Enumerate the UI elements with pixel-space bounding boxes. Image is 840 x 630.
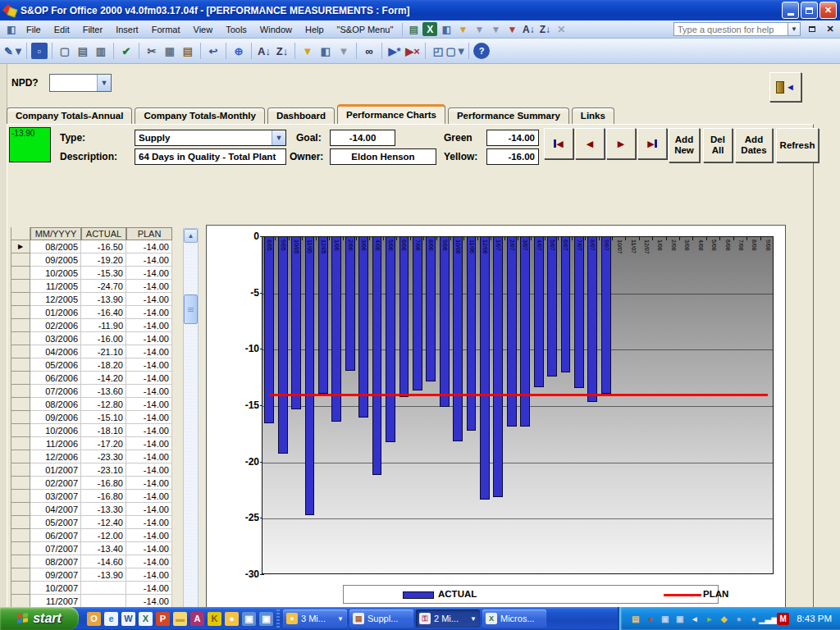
cell[interactable]: -14.00 bbox=[126, 332, 172, 345]
table-row[interactable]: 07/2007-13.40-14.00 bbox=[11, 542, 172, 555]
cell[interactable]: -14.00 bbox=[126, 372, 172, 385]
cell[interactable]: -14.00 bbox=[126, 411, 172, 424]
print-icon[interactable]: ▤ bbox=[75, 43, 91, 59]
start-button[interactable]: start bbox=[0, 607, 79, 630]
first-record-button[interactable]: ◀ bbox=[544, 128, 573, 159]
record-selector[interactable] bbox=[11, 293, 30, 306]
record-selector[interactable] bbox=[11, 385, 30, 398]
cell[interactable]: -14.00 bbox=[126, 398, 172, 411]
menu-item-tools[interactable]: Tools bbox=[219, 23, 253, 36]
powerpoint-icon[interactable]: P bbox=[156, 612, 170, 626]
menu-item-format[interactable]: Format bbox=[145, 23, 187, 36]
restore-button[interactable] bbox=[801, 2, 818, 19]
cell[interactable]: 11/2007 bbox=[30, 595, 81, 608]
column-header-plan[interactable]: PLAN bbox=[126, 227, 172, 240]
cell[interactable]: -14.00 bbox=[126, 267, 172, 280]
tab-dashboard[interactable]: Dashboard bbox=[267, 107, 335, 124]
cell[interactable]: -23.10 bbox=[81, 463, 126, 477]
table-row[interactable]: 08/2007-14.60-14.00 bbox=[11, 555, 172, 568]
table-row[interactable]: 03/2006-16.00-14.00 bbox=[11, 332, 172, 345]
table-row[interactable]: 12/2006-23.30-14.00 bbox=[11, 450, 172, 463]
sort-descending-icon[interactable]: Z↓ bbox=[274, 43, 290, 59]
cell[interactable]: -14.00 bbox=[126, 595, 172, 608]
cell[interactable]: -23.30 bbox=[81, 450, 126, 463]
cell[interactable]: -12.80 bbox=[81, 398, 126, 411]
table-row[interactable]: 04/2006-21.10-14.00 bbox=[11, 345, 172, 358]
help-icon[interactable]: ? bbox=[473, 43, 490, 59]
scrollbar-thumb[interactable] bbox=[184, 294, 198, 324]
table-row[interactable]: 08/2006-12.80-14.00 bbox=[11, 398, 172, 411]
cell[interactable]: -14.00 bbox=[126, 280, 172, 293]
cell[interactable]: 10/2007 bbox=[30, 582, 81, 595]
cell[interactable]: -14.00 bbox=[126, 385, 172, 398]
design-view-icon[interactable]: ✎▼ bbox=[6, 43, 22, 59]
cell[interactable]: -14.00 bbox=[126, 450, 172, 463]
column-header-actual[interactable]: ACTUAL bbox=[81, 227, 126, 240]
cell[interactable]: 07/2007 bbox=[30, 542, 81, 555]
network-connection-icon[interactable]: ▣ bbox=[242, 612, 256, 626]
cell[interactable]: -14.00 bbox=[126, 516, 172, 529]
cell[interactable]: 10/2006 bbox=[30, 424, 81, 437]
cell[interactable]: -18.10 bbox=[81, 424, 126, 437]
key-icon[interactable]: K bbox=[208, 612, 221, 626]
network-connection-icon[interactable]: ▣ bbox=[259, 612, 273, 626]
cell[interactable]: -13.40 bbox=[81, 542, 126, 555]
paste-icon[interactable]: ▤ bbox=[180, 43, 196, 59]
export-excel-icon[interactable]: X bbox=[422, 22, 437, 36]
copy-icon[interactable]: ▦ bbox=[162, 43, 178, 59]
record-selector[interactable] bbox=[11, 516, 30, 529]
cell[interactable]: 09/2007 bbox=[30, 568, 81, 582]
menu-item-sopmenu[interactable]: "S&OP Menu" bbox=[331, 23, 400, 36]
table-row[interactable]: 02/2007-16.80-14.00 bbox=[11, 477, 172, 490]
hyperlink-icon[interactable]: ⊕ bbox=[231, 43, 247, 59]
sort-descending-icon[interactable]: Z↓ bbox=[537, 22, 552, 36]
clipboard-icon[interactable]: ▤ bbox=[629, 613, 641, 625]
cell[interactable]: -13.60 bbox=[81, 385, 126, 398]
cell[interactable]: -12.00 bbox=[81, 529, 126, 542]
cell[interactable]: 02/2006 bbox=[30, 319, 81, 332]
goal-field[interactable]: -14.00 bbox=[330, 130, 395, 146]
owner-field[interactable]: Eldon Henson bbox=[330, 148, 436, 165]
table-row[interactable]: ▶08/2005-16.50-14.00 bbox=[11, 240, 172, 253]
record-selector[interactable] bbox=[11, 529, 30, 542]
cell[interactable]: 03/2007 bbox=[30, 490, 81, 503]
cell[interactable]: -14.00 bbox=[126, 542, 172, 555]
cell[interactable]: -14.00 bbox=[126, 345, 172, 358]
mdi-restore-button[interactable] bbox=[806, 23, 819, 35]
del-all-button[interactable]: DelAll bbox=[703, 128, 733, 162]
menu-item-edit[interactable]: Edit bbox=[48, 23, 76, 36]
table-row[interactable]: 05/2006-18.20-14.00 bbox=[11, 358, 172, 372]
help-dropdown-icon[interactable]: ▼ bbox=[788, 22, 801, 36]
cell[interactable]: -14.60 bbox=[81, 555, 126, 568]
cell[interactable]: -16.80 bbox=[81, 477, 126, 490]
mdi-close-button[interactable]: ✕ bbox=[824, 23, 837, 35]
current-record-icon[interactable]: ▶ bbox=[11, 240, 30, 253]
record-selector[interactable] bbox=[11, 437, 30, 450]
last-record-button[interactable]: ▶ bbox=[637, 128, 667, 159]
cell[interactable]: 04/2007 bbox=[30, 503, 81, 516]
cell[interactable]: -19.20 bbox=[81, 253, 126, 267]
cell[interactable]: -16.80 bbox=[81, 490, 126, 503]
menu-item-window[interactable]: Window bbox=[253, 23, 299, 36]
print-icon[interactable]: ▤ bbox=[406, 22, 421, 36]
menu-item-help[interactable]: Help bbox=[299, 23, 331, 36]
tab-performance-summary[interactable]: Performance Summary bbox=[448, 107, 569, 124]
cell[interactable]: -16.00 bbox=[81, 332, 126, 345]
cell[interactable]: -15.10 bbox=[81, 411, 126, 424]
cell[interactable]: -18.20 bbox=[81, 358, 126, 372]
record-selector[interactable] bbox=[11, 542, 30, 555]
record-selector[interactable] bbox=[11, 267, 30, 280]
cell[interactable]: -14.00 bbox=[126, 253, 172, 267]
cell[interactable]: 12/2006 bbox=[30, 450, 81, 463]
type-combobox[interactable]: Supply ▼ bbox=[135, 130, 286, 146]
volume-icon[interactable]: ◄ bbox=[688, 613, 701, 625]
cell[interactable]: -12.40 bbox=[81, 516, 126, 529]
table-row[interactable]: 10/2006-18.10-14.00 bbox=[11, 424, 172, 437]
close-button[interactable]: ✕ bbox=[819, 2, 837, 19]
tab-performance-charts[interactable]: Performance Charts bbox=[337, 104, 445, 125]
clock-icon[interactable]: ● bbox=[225, 612, 239, 626]
mcafee-icon[interactable]: M bbox=[777, 613, 789, 625]
save-icon[interactable]: ▫ bbox=[31, 43, 48, 59]
cell[interactable]: -14.00 bbox=[126, 463, 172, 477]
sync-icon[interactable]: ▸ bbox=[703, 613, 715, 625]
